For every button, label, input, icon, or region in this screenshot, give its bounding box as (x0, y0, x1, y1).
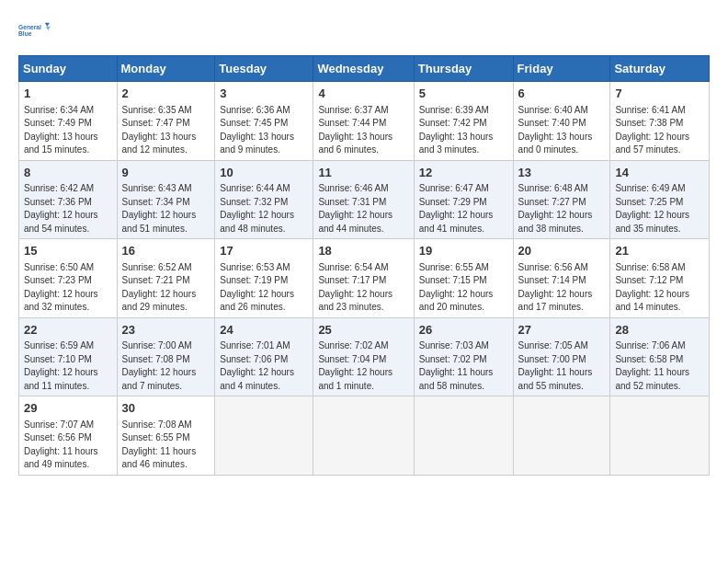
calendar-cell: 28Sunrise: 7:06 AM Sunset: 6:58 PM Dayli… (610, 317, 710, 396)
day-number: 13 (518, 165, 606, 181)
day-number: 27 (518, 322, 606, 339)
day-number: 29 (24, 400, 112, 417)
calendar-cell: 15Sunrise: 6:50 AM Sunset: 7:23 PM Dayli… (19, 239, 118, 318)
calendar-cell: 9Sunrise: 6:43 AM Sunset: 7:34 PM Daylig… (117, 160, 215, 239)
calendar-cell: 16Sunrise: 6:52 AM Sunset: 7:21 PM Dayli… (117, 239, 215, 318)
day-info: Sunrise: 6:56 AM Sunset: 7:14 PM Dayligh… (518, 262, 593, 313)
day-info: Sunrise: 7:05 AM Sunset: 7:00 PM Dayligh… (518, 340, 593, 391)
day-info: Sunrise: 6:44 AM Sunset: 7:32 PM Dayligh… (220, 183, 294, 234)
day-info: Sunrise: 6:37 AM Sunset: 7:44 PM Dayligh… (318, 105, 392, 155)
col-header-saturday: Saturday (610, 56, 710, 82)
day-info: Sunrise: 6:41 AM Sunset: 7:38 PM Dayligh… (615, 105, 689, 155)
calendar-cell: 7Sunrise: 6:41 AM Sunset: 7:38 PM Daylig… (610, 82, 710, 161)
logo: General Blue (18, 15, 51, 48)
calendar-cell: 2Sunrise: 6:35 AM Sunset: 7:47 PM Daylig… (117, 82, 215, 161)
calendar-cell: 30Sunrise: 7:08 AM Sunset: 6:55 PM Dayli… (117, 396, 215, 476)
day-info: Sunrise: 7:07 AM Sunset: 6:56 PM Dayligh… (24, 419, 98, 470)
day-info: Sunrise: 6:39 AM Sunset: 7:42 PM Dayligh… (419, 105, 494, 155)
day-info: Sunrise: 6:40 AM Sunset: 7:40 PM Dayligh… (518, 105, 593, 155)
day-number: 3 (220, 86, 308, 102)
calendar-cell: 1Sunrise: 6:34 AM Sunset: 7:49 PM Daylig… (19, 82, 118, 161)
calendar-cell: 5Sunrise: 6:39 AM Sunset: 7:42 PM Daylig… (414, 82, 513, 161)
calendar-cell (610, 396, 710, 476)
day-info: Sunrise: 6:35 AM Sunset: 7:47 PM Dayligh… (122, 105, 197, 155)
col-header-thursday: Thursday (414, 56, 513, 82)
day-number: 14 (615, 165, 704, 181)
calendar-cell: 12Sunrise: 6:47 AM Sunset: 7:29 PM Dayli… (414, 160, 513, 239)
calendar-cell: 17Sunrise: 6:53 AM Sunset: 7:19 PM Dayli… (215, 239, 313, 318)
day-number: 15 (24, 243, 112, 259)
svg-marker-2 (45, 23, 50, 27)
calendar-cell (313, 396, 414, 476)
calendar-cell: 18Sunrise: 6:54 AM Sunset: 7:17 PM Dayli… (313, 239, 414, 318)
day-number: 26 (419, 322, 508, 339)
svg-text:General: General (18, 24, 41, 30)
calendar-cell: 11Sunrise: 6:46 AM Sunset: 7:31 PM Dayli… (313, 160, 414, 239)
day-number: 28 (615, 322, 704, 339)
day-info: Sunrise: 6:47 AM Sunset: 7:29 PM Dayligh… (419, 183, 494, 234)
day-number: 6 (518, 86, 606, 102)
page-header: General Blue (18, 15, 710, 48)
calendar-cell: 10Sunrise: 6:44 AM Sunset: 7:32 PM Dayli… (215, 160, 313, 239)
calendar-cell (513, 396, 610, 476)
day-info: Sunrise: 7:01 AM Sunset: 7:06 PM Dayligh… (220, 340, 294, 391)
calendar-cell: 26Sunrise: 7:03 AM Sunset: 7:02 PM Dayli… (414, 317, 513, 396)
day-info: Sunrise: 7:02 AM Sunset: 7:04 PM Dayligh… (318, 340, 392, 391)
day-number: 12 (419, 165, 508, 181)
day-info: Sunrise: 6:34 AM Sunset: 7:49 PM Dayligh… (24, 105, 98, 155)
day-info: Sunrise: 6:55 AM Sunset: 7:15 PM Dayligh… (419, 262, 494, 313)
day-info: Sunrise: 7:08 AM Sunset: 6:55 PM Dayligh… (122, 419, 197, 470)
day-info: Sunrise: 7:06 AM Sunset: 6:58 PM Dayligh… (615, 340, 689, 391)
svg-marker-3 (46, 27, 51, 30)
calendar-week-row: 22Sunrise: 6:59 AM Sunset: 7:10 PM Dayli… (19, 317, 710, 396)
day-number: 10 (220, 165, 308, 181)
calendar-week-row: 1Sunrise: 6:34 AM Sunset: 7:49 PM Daylig… (19, 82, 710, 161)
calendar-header: SundayMondayTuesdayWednesdayThursdayFrid… (19, 56, 710, 82)
day-number: 17 (220, 243, 308, 259)
day-info: Sunrise: 6:54 AM Sunset: 7:17 PM Dayligh… (318, 262, 392, 313)
calendar-cell: 24Sunrise: 7:01 AM Sunset: 7:06 PM Dayli… (215, 317, 313, 396)
col-header-wednesday: Wednesday (313, 56, 414, 82)
svg-text:Blue: Blue (18, 30, 32, 37)
calendar-cell: 19Sunrise: 6:55 AM Sunset: 7:15 PM Dayli… (414, 239, 513, 318)
calendar-cell: 27Sunrise: 7:05 AM Sunset: 7:00 PM Dayli… (513, 317, 610, 396)
calendar-week-row: 29Sunrise: 7:07 AM Sunset: 6:56 PM Dayli… (19, 396, 710, 476)
day-info: Sunrise: 7:03 AM Sunset: 7:02 PM Dayligh… (419, 340, 494, 391)
col-header-tuesday: Tuesday (215, 56, 313, 82)
calendar-cell (414, 396, 513, 476)
calendar-cell: 21Sunrise: 6:58 AM Sunset: 7:12 PM Dayli… (610, 239, 710, 318)
day-number: 20 (518, 243, 606, 259)
day-number: 7 (615, 86, 704, 102)
calendar-cell: 3Sunrise: 6:36 AM Sunset: 7:45 PM Daylig… (215, 82, 313, 161)
calendar-table: SundayMondayTuesdayWednesdayThursdayFrid… (18, 55, 710, 476)
calendar-cell: 22Sunrise: 6:59 AM Sunset: 7:10 PM Dayli… (19, 317, 118, 396)
day-number: 18 (318, 243, 408, 259)
day-number: 11 (318, 165, 408, 181)
day-number: 2 (122, 86, 210, 102)
day-number: 1 (24, 86, 112, 102)
calendar-cell: 23Sunrise: 7:00 AM Sunset: 7:08 PM Dayli… (117, 317, 215, 396)
day-info: Sunrise: 6:48 AM Sunset: 7:27 PM Dayligh… (518, 183, 593, 234)
day-number: 5 (419, 86, 508, 102)
day-number: 22 (24, 322, 112, 339)
day-info: Sunrise: 6:36 AM Sunset: 7:45 PM Dayligh… (220, 105, 294, 155)
day-info: Sunrise: 6:43 AM Sunset: 7:34 PM Dayligh… (122, 183, 197, 234)
calendar-cell: 4Sunrise: 6:37 AM Sunset: 7:44 PM Daylig… (313, 82, 414, 161)
calendar-cell (215, 396, 313, 476)
day-info: Sunrise: 6:49 AM Sunset: 7:25 PM Dayligh… (615, 183, 689, 234)
day-info: Sunrise: 6:46 AM Sunset: 7:31 PM Dayligh… (318, 183, 392, 234)
calendar-cell: 29Sunrise: 7:07 AM Sunset: 6:56 PM Dayli… (19, 396, 118, 476)
day-info: Sunrise: 6:58 AM Sunset: 7:12 PM Dayligh… (615, 262, 689, 313)
day-number: 21 (615, 243, 704, 259)
day-number: 16 (122, 243, 210, 259)
logo-icon: General Blue (18, 15, 51, 48)
day-info: Sunrise: 6:42 AM Sunset: 7:36 PM Dayligh… (24, 183, 98, 234)
day-info: Sunrise: 6:50 AM Sunset: 7:23 PM Dayligh… (24, 262, 98, 313)
col-header-sunday: Sunday (19, 56, 118, 82)
day-number: 4 (318, 86, 408, 102)
day-number: 30 (122, 400, 210, 417)
day-number: 25 (318, 322, 408, 339)
day-number: 8 (24, 165, 112, 181)
day-info: Sunrise: 6:52 AM Sunset: 7:21 PM Dayligh… (122, 262, 197, 313)
calendar-week-row: 15Sunrise: 6:50 AM Sunset: 7:23 PM Dayli… (19, 239, 710, 318)
